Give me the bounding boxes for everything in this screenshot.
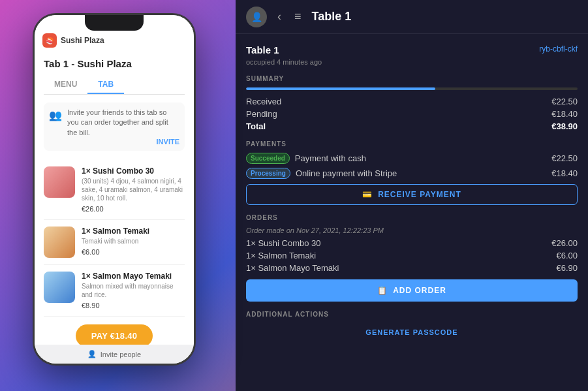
add-order-icon: 📋 bbox=[377, 286, 388, 295]
order-item-amount-3: €6.90 bbox=[556, 263, 578, 273]
generate-passcode-label: GENERATE PASSCODE bbox=[365, 328, 457, 336]
payments-label: PAYMENTS bbox=[246, 140, 578, 148]
phone-content: Tab 1 - Sushi Plaza MENU TAB 👥 Invite yo… bbox=[35, 52, 194, 345]
payment-label-2: Online payment with Stripe bbox=[296, 168, 546, 178]
summary-pending-row: Pending €18.40 bbox=[246, 109, 578, 119]
menu-item-price-2: €6.00 bbox=[82, 248, 185, 256]
menu-item-price-1: €26.00 bbox=[82, 205, 185, 213]
pending-label: Pending bbox=[246, 109, 277, 119]
menu-item-name-3: 1× Salmon Mayo Temaki bbox=[82, 272, 185, 281]
receive-icon: 💳 bbox=[362, 190, 373, 199]
invite-link[interactable]: INVITE bbox=[67, 138, 179, 146]
order-date: Order made on Nov 27, 2021, 12:22:23 PM bbox=[246, 227, 578, 234]
page-title: Table 1 bbox=[312, 10, 578, 23]
menu-item-3: 1× Salmon Mayo Temaki Salmon mixed with … bbox=[44, 265, 185, 317]
invite-text: Invite your friends to this tab so you c… bbox=[67, 108, 179, 138]
menu-item-desc-3: Salmon mixed with mayonnaise and rice. bbox=[82, 282, 185, 299]
summary-received-row: Received €22.50 bbox=[246, 97, 578, 106]
menu-item-1: 1× Sushi Combo 30 (30 units) 4 djou, 4 s… bbox=[44, 160, 185, 220]
orders-label: ORDERS bbox=[246, 214, 578, 221]
menu-button[interactable]: ≡ bbox=[292, 7, 304, 26]
receive-btn-label: RECEIVE PAYMENT bbox=[378, 190, 461, 199]
order-item-name-3: 1× Salmon Mayo Temaki bbox=[246, 263, 339, 273]
menu-item-desc-2: Temaki with salmon bbox=[82, 237, 185, 245]
invite-section: 👥 Invite your friends to this tab so you… bbox=[44, 102, 185, 151]
phone-tab-title: Tab 1 - Sushi Plaza bbox=[44, 58, 185, 69]
invite-people-icon: 👥 bbox=[49, 109, 62, 121]
menu-item-name-1: 1× Sushi Combo 30 bbox=[82, 166, 185, 176]
table-title: Table 1 bbox=[246, 44, 279, 55]
summary-label: SUMMARY bbox=[246, 75, 578, 82]
back-button[interactable]: ‹ bbox=[275, 7, 284, 26]
order-row-2: 1× Salmon Temaki €6.00 bbox=[246, 251, 578, 260]
table-header: Table 1 ryb-cbfl-ckf bbox=[246, 44, 578, 55]
phone-container: 🍣 Sushi Plaza Tab 1 - Sushi Plaza MENU T… bbox=[33, 13, 196, 366]
table-link[interactable]: ryb-cbfl-ckf bbox=[539, 44, 578, 54]
content-area: Table 1 ryb-cbfl-ckf occupied 4 minutes … bbox=[236, 34, 588, 391]
total-label: Total bbox=[246, 121, 266, 131]
order-item-name-1: 1× Sushi Combo 30 bbox=[246, 238, 321, 248]
menu-item-name-2: 1× Salmon Temaki bbox=[82, 227, 185, 236]
phone-notch bbox=[85, 15, 144, 31]
badge-succeeded: Succeeded bbox=[246, 153, 290, 164]
received-label: Received bbox=[246, 97, 281, 106]
add-order-label: ADD ORDER bbox=[393, 286, 446, 295]
menu-item-img-2 bbox=[44, 227, 75, 258]
menu-item-img-1 bbox=[44, 166, 75, 198]
top-bar: 👤 ‹ ≡ Table 1 bbox=[236, 0, 588, 34]
phone-app-name: Sushi Plaza bbox=[61, 36, 186, 45]
order-row-3: 1× Salmon Mayo Temaki €6.90 bbox=[246, 263, 578, 273]
summary-bar-fill bbox=[246, 87, 435, 90]
payment-row-1: Succeeded Payment with cash €22.50 bbox=[246, 153, 578, 164]
pay-button[interactable]: PAY €18.40 bbox=[76, 324, 153, 345]
payment-amount-1: €22.50 bbox=[551, 153, 578, 163]
total-amount: €38.90 bbox=[551, 121, 578, 131]
order-row-1: 1× Sushi Combo 30 €26.00 bbox=[246, 238, 578, 248]
tab-menu[interactable]: MENU bbox=[44, 76, 87, 94]
table-subtitle: occupied 4 minutes ago bbox=[246, 58, 578, 66]
additional-label: ADDITIONAL ACTIONS bbox=[246, 311, 578, 318]
summary-bar bbox=[246, 87, 578, 90]
order-item-name-2: 1× Salmon Temaki bbox=[246, 251, 316, 260]
right-panel: 👤 ‹ ≡ Table 1 Table 1 ryb-cbfl-ckf occup… bbox=[236, 0, 588, 391]
payment-row-2: Processing Online payment with Stripe €1… bbox=[246, 168, 578, 179]
phone-frame: 🍣 Sushi Plaza Tab 1 - Sushi Plaza MENU T… bbox=[33, 13, 196, 366]
menu-item-price-3: €8.90 bbox=[82, 302, 185, 309]
phone-tabs: MENU TAB bbox=[44, 76, 185, 95]
menu-item-desc-1: (30 units) 4 djou, 4 salmon nigiri, 4 sa… bbox=[82, 177, 185, 202]
invite-bar-label: Invite people bbox=[101, 351, 141, 358]
badge-processing: Processing bbox=[246, 168, 290, 179]
invite-bar-icon: 👤 bbox=[87, 350, 97, 358]
payment-amount-2: €18.40 bbox=[551, 168, 578, 178]
received-amount: €22.50 bbox=[551, 97, 578, 106]
summary-total-row: Total €38.90 bbox=[246, 121, 578, 131]
avatar: 👤 bbox=[246, 7, 267, 27]
order-item-amount-1: €26.00 bbox=[551, 238, 578, 248]
menu-item-2: 1× Salmon Temaki Temaki with salmon €6.0… bbox=[44, 220, 185, 265]
payment-label-1: Payment with cash bbox=[295, 153, 546, 163]
invite-bar: 👤 Invite people bbox=[35, 345, 194, 364]
order-item-amount-2: €6.00 bbox=[556, 251, 578, 260]
phone-app-icon: 🍣 bbox=[42, 33, 57, 48]
generate-passcode-button[interactable]: GENERATE PASSCODE bbox=[246, 323, 578, 341]
tab-tab[interactable]: TAB bbox=[87, 76, 124, 94]
receive-payment-button[interactable]: 💳 RECEIVE PAYMENT bbox=[246, 184, 578, 205]
menu-item-img-3 bbox=[44, 272, 75, 303]
phone-screen: 🍣 Sushi Plaza Tab 1 - Sushi Plaza MENU T… bbox=[35, 15, 194, 364]
add-order-button[interactable]: 📋 ADD ORDER bbox=[246, 279, 578, 302]
pending-amount: €18.40 bbox=[551, 109, 578, 119]
